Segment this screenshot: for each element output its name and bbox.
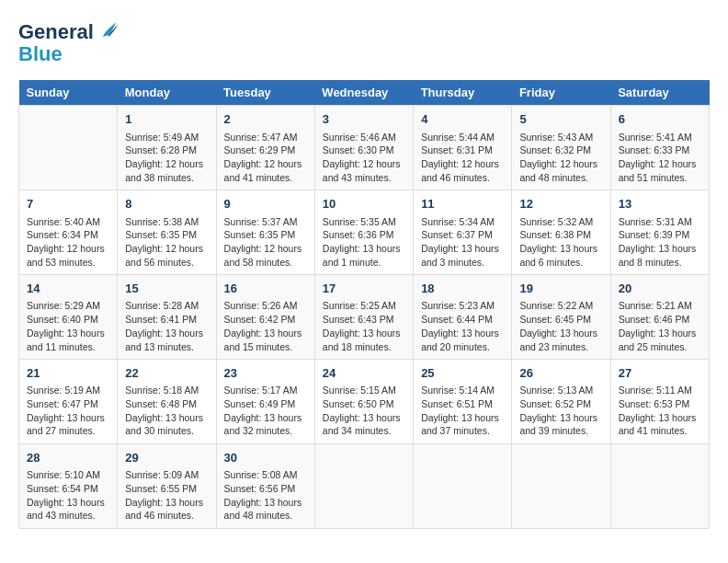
header-cell-sunday: Sunday — [19, 80, 118, 106]
day-info: Sunset: 6:42 PM — [224, 313, 307, 327]
day-info: Sunset: 6:30 PM — [323, 144, 405, 157]
day-number: 6 — [619, 111, 701, 128]
day-info: Sunrise: 5:17 AM — [224, 384, 307, 397]
day-info: Sunset: 6:29 PM — [224, 144, 307, 157]
day-info: and 51 minutes. — [619, 171, 701, 185]
day-info: Sunrise: 5:31 AM — [619, 215, 701, 229]
day-info: Daylight: 13 hours — [519, 411, 602, 425]
day-number: 20 — [619, 281, 701, 297]
day-info: and 11 minutes. — [27, 340, 109, 354]
day-info: Sunrise: 5:37 AM — [224, 215, 307, 229]
day-info: and 25 minutes. — [619, 340, 701, 354]
day-info: and 43 minutes. — [27, 509, 109, 523]
day-cell — [314, 444, 413, 529]
day-info: and 32 minutes. — [224, 424, 307, 438]
day-info: and 58 minutes. — [224, 256, 307, 270]
day-info: Daylight: 12 hours — [224, 242, 307, 256]
day-info: and 56 minutes. — [125, 256, 208, 270]
day-info: Daylight: 12 hours — [323, 157, 405, 171]
day-cell: 23Sunrise: 5:17 AMSunset: 6:49 PMDayligh… — [216, 360, 314, 444]
day-cell: 21Sunrise: 5:19 AMSunset: 6:47 PMDayligh… — [19, 360, 118, 444]
week-row-5: 28Sunrise: 5:10 AMSunset: 6:54 PMDayligh… — [19, 444, 710, 529]
day-cell: 9Sunrise: 5:37 AMSunset: 6:35 PMDaylight… — [216, 190, 314, 275]
day-info: and 43 minutes. — [323, 171, 405, 185]
day-cell: 8Sunrise: 5:38 AMSunset: 6:35 PMDaylight… — [118, 190, 216, 275]
day-cell: 15Sunrise: 5:28 AMSunset: 6:41 PMDayligh… — [118, 275, 216, 360]
day-info: Sunset: 6:40 PM — [27, 313, 109, 327]
day-cell: 16Sunrise: 5:26 AMSunset: 6:42 PMDayligh… — [216, 275, 314, 360]
day-info: Sunset: 6:33 PM — [619, 144, 701, 157]
day-info: Sunrise: 5:35 AM — [323, 215, 405, 229]
day-info: Sunrise: 5:18 AM — [125, 384, 208, 397]
day-number: 27 — [619, 365, 701, 382]
day-number: 25 — [421, 365, 504, 382]
day-cell — [414, 444, 512, 529]
day-cell: 2Sunrise: 5:47 AMSunset: 6:29 PMDaylight… — [216, 106, 314, 190]
day-cell — [610, 444, 709, 529]
day-info: and 6 minutes. — [519, 256, 602, 270]
day-cell: 27Sunrise: 5:11 AMSunset: 6:53 PMDayligh… — [610, 360, 709, 444]
day-info: and 18 minutes. — [323, 340, 405, 354]
day-info: Sunrise: 5:11 AM — [619, 384, 701, 397]
day-info: Sunset: 6:41 PM — [125, 313, 208, 327]
day-info: Sunset: 6:37 PM — [421, 228, 504, 242]
day-info: Sunrise: 5:29 AM — [27, 299, 109, 313]
day-cell: 18Sunrise: 5:23 AMSunset: 6:44 PMDayligh… — [414, 275, 512, 360]
day-number: 2 — [224, 111, 307, 128]
day-info: Sunset: 6:36 PM — [323, 228, 405, 242]
day-info: Sunrise: 5:47 AM — [224, 131, 307, 144]
day-info: and 41 minutes. — [619, 424, 701, 438]
day-info: and 30 minutes. — [125, 424, 208, 438]
day-number: 13 — [619, 196, 701, 213]
day-info: and 39 minutes. — [519, 424, 602, 438]
day-info: Sunset: 6:35 PM — [224, 228, 307, 242]
day-info: Sunrise: 5:43 AM — [519, 131, 602, 144]
day-number: 4 — [421, 111, 504, 128]
page-header: General Blue — [18, 18, 710, 65]
day-info: Sunrise: 5:15 AM — [323, 384, 405, 397]
day-number: 30 — [224, 450, 307, 466]
day-cell: 10Sunrise: 5:35 AMSunset: 6:36 PMDayligh… — [314, 190, 413, 275]
day-info: Sunset: 6:39 PM — [619, 228, 701, 242]
day-info: Sunrise: 5:46 AM — [323, 131, 405, 144]
day-info: and 48 minutes. — [224, 509, 307, 523]
day-info: Daylight: 13 hours — [519, 327, 602, 340]
day-info: and 27 minutes. — [27, 424, 109, 438]
day-info: Daylight: 12 hours — [125, 157, 208, 171]
day-number: 24 — [323, 365, 405, 382]
day-info: Daylight: 12 hours — [519, 157, 602, 171]
day-info: and 3 minutes. — [421, 256, 504, 270]
day-info: Sunset: 6:32 PM — [519, 144, 602, 157]
day-info: and 48 minutes. — [519, 171, 602, 185]
day-info: Sunrise: 5:32 AM — [519, 215, 602, 229]
calendar-table: SundayMondayTuesdayWednesdayThursdayFrid… — [18, 80, 710, 529]
day-cell — [19, 106, 118, 190]
day-cell: 22Sunrise: 5:18 AMSunset: 6:48 PMDayligh… — [118, 360, 216, 444]
header-cell-friday: Friday — [512, 80, 610, 106]
day-info: Sunset: 6:45 PM — [519, 313, 602, 327]
day-info: Daylight: 12 hours — [421, 157, 504, 171]
calendar-header: SundayMondayTuesdayWednesdayThursdayFrid… — [19, 80, 710, 106]
day-info: Sunset: 6:55 PM — [125, 482, 208, 496]
day-info: and 23 minutes. — [519, 340, 602, 354]
header-cell-wednesday: Wednesday — [314, 80, 413, 106]
day-number: 8 — [125, 196, 208, 213]
day-info: Sunset: 6:50 PM — [323, 397, 405, 411]
day-info: Sunrise: 5:08 AM — [224, 468, 307, 482]
day-info: Daylight: 13 hours — [519, 242, 602, 256]
day-number: 15 — [125, 281, 208, 297]
header-cell-thursday: Thursday — [414, 80, 512, 106]
day-number: 18 — [421, 281, 504, 297]
day-info: Daylight: 13 hours — [224, 327, 307, 340]
day-info: Sunset: 6:31 PM — [421, 144, 504, 157]
day-number: 9 — [224, 196, 307, 213]
logo-text: General — [18, 18, 119, 43]
calendar-body: 1Sunrise: 5:49 AMSunset: 6:28 PMDaylight… — [19, 106, 710, 529]
day-number: 21 — [27, 365, 109, 382]
day-info: Sunset: 6:56 PM — [224, 482, 307, 496]
day-number: 3 — [323, 111, 405, 128]
week-row-4: 21Sunrise: 5:19 AMSunset: 6:47 PMDayligh… — [19, 360, 710, 444]
day-cell: 1Sunrise: 5:49 AMSunset: 6:28 PMDaylight… — [118, 106, 216, 190]
day-number: 14 — [27, 281, 109, 297]
day-info: Sunset: 6:44 PM — [421, 313, 504, 327]
